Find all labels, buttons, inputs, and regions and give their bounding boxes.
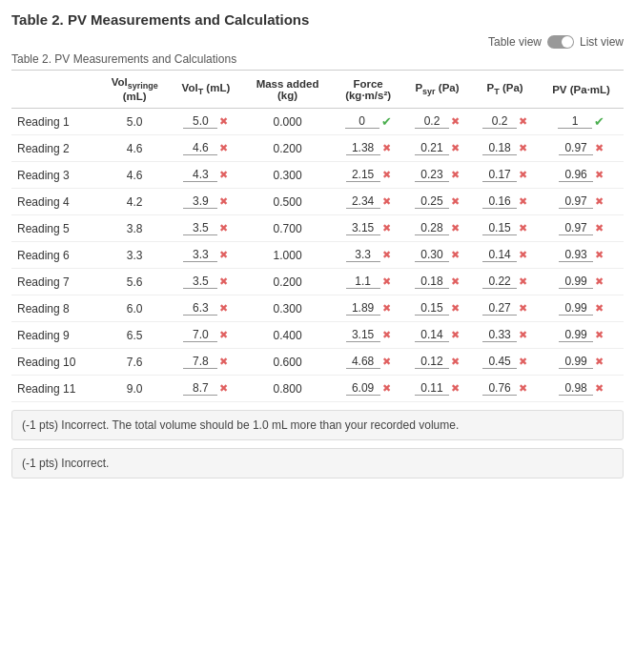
input-cell[interactable]: 8.7✖ [183, 381, 228, 396]
p-syr-cell[interactable]: 0.21✖ [403, 135, 471, 162]
pv-cell[interactable]: 0.99✖ [539, 269, 624, 295]
input-cell[interactable]: 7.0✖ [183, 328, 228, 342]
force-cell[interactable]: 4.68✖ [333, 349, 403, 376]
pv-cell[interactable]: 0.97✖ [539, 215, 624, 242]
pv-cell[interactable]: 0.99✖ [539, 349, 624, 376]
vol-t-cell[interactable]: 4.3✖ [170, 162, 242, 189]
input-cell[interactable]: 0.99✖ [559, 275, 604, 289]
p-syr-cell[interactable]: 0.11✖ [403, 376, 471, 402]
p-t-cell[interactable]: 0.45✖ [471, 349, 539, 376]
input-cell[interactable]: 6.3✖ [183, 301, 228, 316]
input-cell[interactable]: 0.99✖ [559, 301, 604, 316]
input-cell[interactable]: 4.3✖ [183, 168, 228, 182]
pv-cell[interactable]: 0.96✖ [539, 162, 624, 189]
p-t-cell[interactable]: 0.14✖ [471, 242, 539, 269]
input-cell[interactable]: 0.98✖ [559, 381, 604, 396]
p-t-cell[interactable]: 0.16✖ [471, 189, 539, 215]
input-cell[interactable]: 0.15✖ [482, 221, 527, 235]
input-cell[interactable]: 0.16✖ [482, 194, 527, 209]
input-cell[interactable]: 0.22✖ [482, 275, 527, 289]
input-cell[interactable]: 0.18✖ [482, 141, 527, 155]
force-cell[interactable]: 3.15✖ [333, 215, 403, 242]
input-cell[interactable]: 3.15✖ [346, 221, 391, 235]
p-syr-cell[interactable]: 0.14✖ [403, 322, 471, 349]
vol-t-cell[interactable]: 7.8✖ [170, 349, 242, 376]
p-t-cell[interactable]: 0.33✖ [471, 322, 539, 349]
input-cell[interactable]: 3.9✖ [183, 194, 228, 209]
p-syr-cell[interactable]: 0.28✖ [403, 215, 471, 242]
p-t-cell[interactable]: 0.17✖ [471, 162, 539, 189]
input-cell[interactable]: 0.97✖ [559, 194, 604, 209]
input-cell[interactable]: 0.17✖ [482, 168, 527, 182]
input-cell[interactable]: 0.14✖ [482, 248, 527, 262]
input-cell[interactable]: 3.3✖ [183, 248, 228, 262]
p-syr-cell[interactable]: 0.18✖ [403, 269, 471, 295]
input-cell[interactable]: 0.23✖ [415, 168, 460, 182]
input-cell[interactable]: 3.5✖ [183, 221, 228, 235]
vol-t-cell[interactable]: 3.3✖ [170, 242, 242, 269]
p-syr-cell[interactable]: 0.15✖ [403, 295, 471, 322]
vol-t-cell[interactable]: 3.9✖ [170, 189, 242, 215]
input-cell[interactable]: 0.99✖ [559, 328, 604, 342]
p-t-cell[interactable]: 0.76✖ [471, 376, 539, 402]
vol-t-cell[interactable]: 4.6✖ [170, 135, 242, 162]
pv-cell[interactable]: 1✔ [539, 109, 624, 135]
input-cell[interactable]: 0.15✖ [415, 301, 460, 316]
input-cell[interactable]: 2.34✖ [346, 194, 391, 209]
vol-t-cell[interactable]: 3.5✖ [170, 215, 242, 242]
input-cell[interactable]: 0✔ [345, 114, 392, 129]
input-cell[interactable]: 0.97✖ [559, 141, 604, 155]
input-cell[interactable]: 0.14✖ [415, 328, 460, 342]
p-syr-cell[interactable]: 0.25✖ [403, 189, 471, 215]
vol-t-cell[interactable]: 3.5✖ [170, 269, 242, 295]
input-cell[interactable]: 5.0✖ [183, 114, 228, 129]
pv-cell[interactable]: 0.99✖ [539, 295, 624, 322]
force-cell[interactable]: 3.15✖ [333, 322, 403, 349]
force-cell[interactable]: 1.89✖ [333, 295, 403, 322]
input-cell[interactable]: 2.15✖ [346, 168, 391, 182]
force-cell[interactable]: 2.34✖ [333, 189, 403, 215]
p-t-cell[interactable]: 0.22✖ [471, 269, 539, 295]
input-cell[interactable]: 0.30✖ [415, 248, 460, 262]
vol-t-cell[interactable]: 7.0✖ [170, 322, 242, 349]
input-cell[interactable]: 0.2✖ [482, 114, 527, 129]
p-t-cell[interactable]: 0.2✖ [471, 109, 539, 135]
input-cell[interactable]: 0.2✖ [415, 114, 460, 129]
input-cell[interactable]: 3.15✖ [346, 328, 391, 342]
input-cell[interactable]: 0.25✖ [415, 194, 460, 209]
input-cell[interactable]: 3.3✖ [346, 248, 391, 262]
input-cell[interactable]: 0.18✖ [415, 275, 460, 289]
view-toggle[interactable] [547, 35, 574, 49]
p-syr-cell[interactable]: 0.30✖ [403, 242, 471, 269]
input-cell[interactable]: 1.1✖ [346, 275, 391, 289]
pv-cell[interactable]: 0.93✖ [539, 242, 624, 269]
force-cell[interactable]: 3.3✖ [333, 242, 403, 269]
force-cell[interactable]: 1.1✖ [333, 269, 403, 295]
input-cell[interactable]: 0.21✖ [415, 141, 460, 155]
input-cell[interactable]: 0.45✖ [482, 355, 527, 369]
pv-cell[interactable]: 0.99✖ [539, 322, 624, 349]
input-cell[interactable]: 1.38✖ [346, 141, 391, 155]
input-cell[interactable]: 0.99✖ [559, 355, 604, 369]
p-syr-cell[interactable]: 0.2✖ [403, 109, 471, 135]
input-cell[interactable]: 6.09✖ [346, 381, 391, 396]
force-cell[interactable]: 0✔ [333, 109, 403, 135]
vol-t-cell[interactable]: 8.7✖ [170, 376, 242, 402]
pv-cell[interactable]: 0.97✖ [539, 135, 624, 162]
input-cell[interactable]: 0.96✖ [559, 168, 604, 182]
input-cell[interactable]: 0.28✖ [415, 221, 460, 235]
input-cell[interactable]: 4.6✖ [183, 141, 228, 155]
input-cell[interactable]: 0.11✖ [415, 381, 460, 396]
force-cell[interactable]: 2.15✖ [333, 162, 403, 189]
p-t-cell[interactable]: 0.18✖ [471, 135, 539, 162]
vol-t-cell[interactable]: 5.0✖ [170, 109, 242, 135]
input-cell[interactable]: 0.97✖ [559, 221, 604, 235]
input-cell[interactable]: 0.33✖ [482, 328, 527, 342]
input-cell[interactable]: 1.89✖ [346, 301, 391, 316]
p-t-cell[interactable]: 0.27✖ [471, 295, 539, 322]
input-cell[interactable]: 3.5✖ [183, 275, 228, 289]
pv-cell[interactable]: 0.97✖ [539, 189, 624, 215]
input-cell[interactable]: 0.12✖ [415, 355, 460, 369]
force-cell[interactable]: 1.38✖ [333, 135, 403, 162]
input-cell[interactable]: 7.8✖ [183, 355, 228, 369]
